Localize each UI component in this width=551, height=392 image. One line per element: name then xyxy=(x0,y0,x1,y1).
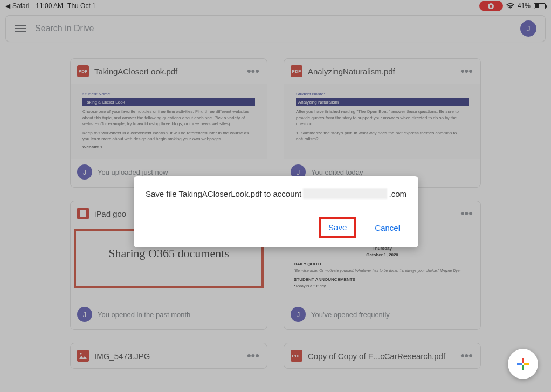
new-fab[interactable] xyxy=(508,349,538,379)
redacted-email xyxy=(303,188,387,199)
save-button-highlight: Save xyxy=(319,217,356,238)
svg-rect-3 xyxy=(522,365,524,370)
save-button[interactable]: Save xyxy=(326,222,349,233)
save-dialog: Save file TakingACloserLook.pdf to accou… xyxy=(134,176,418,247)
cancel-button[interactable]: Cancel xyxy=(368,219,407,237)
svg-rect-4 xyxy=(517,363,522,365)
svg-rect-2 xyxy=(522,358,524,363)
dialog-message: Save file TakingACloserLook.pdf to accou… xyxy=(146,188,407,199)
svg-rect-5 xyxy=(524,363,529,365)
